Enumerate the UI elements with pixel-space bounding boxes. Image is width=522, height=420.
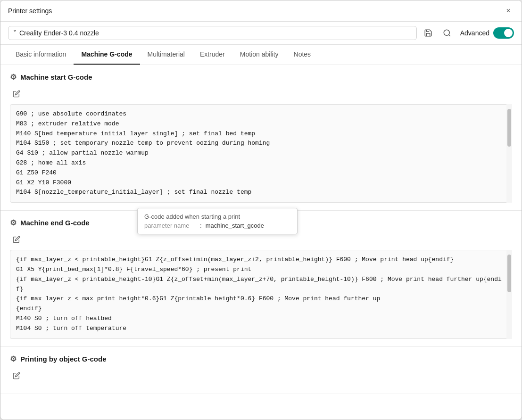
search-button[interactable] [439, 25, 455, 41]
toolbar-icons: Advanced [421, 25, 514, 41]
svg-line-1 [448, 34, 450, 36]
printer-selector[interactable]: ˅ Creality Ender-3 0.4 nozzle [8, 26, 417, 40]
gcode-tooltip: G-code added when starting a print param… [137, 208, 298, 234]
machine-end-code[interactable]: {if max_layer_z < printable_height}G1 Z{… [10, 250, 512, 338]
printing-by-object-gcode-title: Printing by object G-code [20, 355, 107, 363]
tab-notes[interactable]: Notes [286, 45, 319, 65]
main-scroll-area[interactable]: ⚙ Machine start G-code G90 ; use absolut… [0, 65, 522, 420]
machine-end-code-wrapper: {if max_layer_z < printable_height}G1 Z{… [10, 250, 512, 338]
content-area: ⚙ Machine start G-code G90 ; use absolut… [0, 65, 522, 420]
save-button[interactable] [421, 25, 436, 41]
machine-end-edit-button[interactable] [10, 233, 23, 246]
advanced-label: Advanced [460, 29, 489, 37]
chevron-down-icon: ˅ [13, 29, 17, 37]
machine-start-gcode-title: Machine start G-code [20, 73, 92, 81]
tab-multimaterial[interactable]: Multimaterial [140, 45, 192, 65]
tab-motion-ability[interactable]: Motion ability [232, 45, 286, 65]
tooltip-param-value: machine_start_gcode [206, 222, 264, 229]
start-code-scrollbar-thumb [507, 109, 511, 147]
machine-start-gcode-header: ⚙ Machine start G-code [10, 73, 512, 82]
gear-icon-obj: ⚙ [10, 354, 17, 363]
tooltip-param-row: parameter name : machine_start_gcode [144, 222, 290, 229]
toolbar: ˅ Creality Ender-3 0.4 nozzle Advanced [0, 22, 522, 45]
end-code-scrollbar-thumb [507, 255, 511, 292]
tab-extruder[interactable]: Extruder [192, 45, 232, 65]
machine-start-gcode-section: ⚙ Machine start G-code G90 ; use absolut… [0, 65, 522, 211]
tooltip-description: G-code added when starting a print [144, 213, 290, 220]
printing-by-object-gcode-header: ⚙ Printing by object G-code [10, 354, 512, 363]
colon-separator: : [200, 222, 202, 229]
start-code-scrollbar[interactable] [506, 104, 512, 203]
printer-settings-window: Printer settings × ˅ Creality Ender-3 0.… [0, 0, 522, 420]
printing-by-object-edit-button[interactable] [10, 369, 23, 382]
tabs-bar: Basic information Machine G-code Multima… [0, 45, 522, 65]
machine-start-code[interactable]: G90 ; use absolute coordinates M83 ; ext… [10, 104, 512, 203]
gear-icon: ⚙ [10, 73, 17, 82]
title-bar: Printer settings × [0, 0, 522, 22]
close-button[interactable]: × [503, 5, 514, 16]
machine-start-edit-button[interactable] [10, 87, 23, 100]
machine-end-gcode-title: Machine end G-code [20, 219, 90, 227]
tab-machine-gcode[interactable]: Machine G-code [74, 45, 140, 65]
printing-by-object-gcode-section: ⚙ Printing by object G-code [0, 347, 522, 394]
tab-basic-information[interactable]: Basic information [8, 45, 74, 65]
machine-start-code-wrapper: G90 ; use absolute coordinates M83 ; ext… [10, 104, 512, 203]
end-code-scrollbar[interactable] [506, 250, 512, 338]
tooltip-param-label: parameter name [144, 222, 196, 229]
window-title: Printer settings [8, 7, 52, 15]
gear-icon-end: ⚙ [10, 218, 17, 227]
printer-name: Creality Ender-3 0.4 nozzle [19, 29, 99, 37]
advanced-toggle[interactable] [493, 27, 514, 39]
svg-point-0 [444, 30, 449, 35]
